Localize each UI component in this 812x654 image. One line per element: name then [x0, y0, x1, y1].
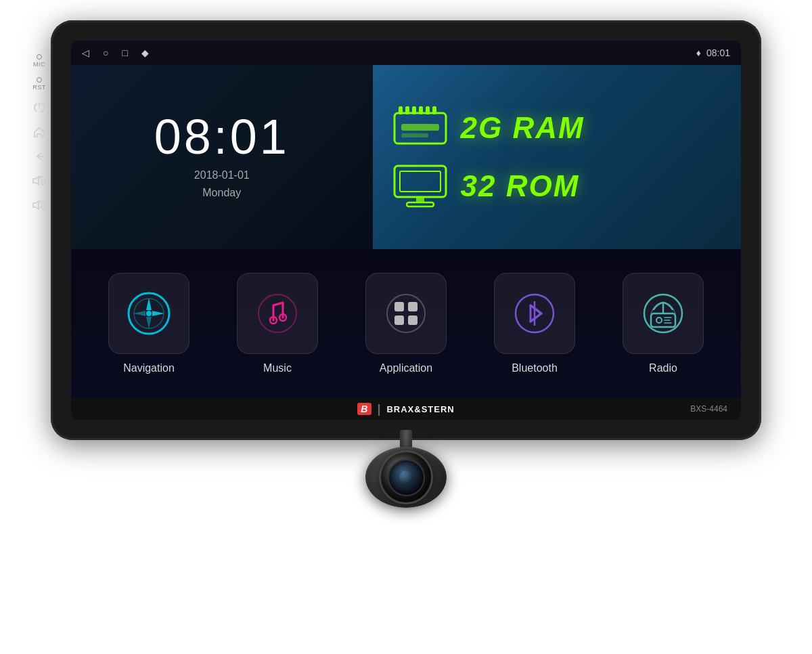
radio-label: Radio	[649, 362, 677, 374]
status-time: 08:01	[706, 47, 730, 58]
ram-icon-container	[393, 104, 447, 152]
clock-date-display: 2018-01-01 Monday	[194, 167, 250, 201]
rom-spec-label: 32 ROM	[461, 169, 580, 203]
music-icon-box[interactable]	[237, 273, 318, 354]
application-icon-box[interactable]	[365, 273, 447, 354]
music-label: Music	[263, 362, 292, 374]
svg-rect-15	[400, 171, 441, 192]
brand-name: BRAX&STERN	[386, 404, 454, 414]
status-bar-right: ♦ 08:01	[696, 47, 730, 58]
rom-icon-container	[393, 162, 447, 210]
svg-rect-14	[394, 166, 446, 197]
svg-rect-27	[394, 315, 404, 325]
recents-nav-icon[interactable]: □	[122, 47, 127, 58]
device-wrapper: MIC RST	[51, 20, 761, 508]
svg-rect-13	[401, 133, 428, 137]
mic-indicator	[37, 54, 42, 60]
radio-icon-box[interactable]	[623, 273, 704, 354]
side-buttons-panel: MIC RST	[32, 54, 47, 213]
car-stereo-unit: MIC RST	[51, 20, 761, 440]
svg-rect-17	[407, 202, 434, 206]
camera-lens-inner	[388, 459, 425, 496]
application-icon	[383, 290, 429, 336]
clock-date: 2018-01-01	[194, 169, 250, 181]
ram-spec-label: 2G RAM	[461, 111, 585, 145]
nav-buttons: ◁ ○ □ ◆	[82, 47, 149, 58]
status-bar: ◁ ○ □ ◆ ♦ 08:01	[71, 41, 741, 65]
camera-lens-outer	[379, 450, 433, 504]
display-screen: ◁ ○ □ ◆ ♦ 08:01 08:01	[71, 41, 741, 420]
app-item-radio[interactable]: Radio	[599, 273, 727, 374]
svg-rect-12	[401, 124, 439, 131]
navigation-icon	[125, 290, 173, 337]
camera-lens-reflection	[399, 471, 413, 484]
ram-spec-row: 2G RAM	[393, 104, 721, 152]
brand-b-logo: B	[357, 403, 371, 415]
svg-point-34	[656, 318, 662, 323]
navigation-label: Navigation	[123, 362, 175, 374]
svg-point-24	[387, 295, 425, 332]
rom-storage-icon	[393, 165, 447, 209]
security-nav-icon[interactable]: ◆	[141, 47, 149, 58]
clock-day: Monday	[202, 187, 241, 198]
power-button[interactable]	[32, 100, 47, 115]
bluetooth-icon-box[interactable]	[494, 273, 575, 354]
bluetooth-label: Bluetooth	[512, 362, 558, 374]
home-button[interactable]	[32, 125, 47, 139]
app-item-bluetooth[interactable]: Bluetooth	[470, 273, 599, 374]
application-label: Application	[380, 362, 432, 374]
rst-indicator	[37, 77, 42, 83]
main-info-area: 08:01 2018-01-01 Monday	[71, 65, 741, 249]
radio-icon	[640, 290, 686, 336]
volume-down-button[interactable]	[32, 198, 47, 213]
navigation-icon-box[interactable]	[108, 273, 189, 354]
svg-rect-32	[651, 313, 675, 327]
brand-divider: |	[377, 402, 381, 416]
mic-label: MIC	[33, 61, 45, 68]
location-icon: ♦	[696, 47, 701, 58]
brand-bar: B | BRAX&STERN BXS-4464	[71, 398, 741, 420]
brand-logo: B | BRAX&STERN	[357, 402, 454, 416]
rst-label: RST	[32, 84, 46, 91]
home-nav-icon[interactable]: ○	[103, 47, 108, 58]
camera-body	[365, 447, 447, 508]
volume-up-button[interactable]	[32, 173, 47, 188]
clock-time-display: 08:01	[154, 112, 290, 161]
clock-panel: 08:01 2018-01-01 Monday	[71, 65, 373, 249]
specs-panel: 2G RAM	[373, 65, 742, 249]
music-icon	[254, 290, 300, 336]
svg-rect-26	[408, 302, 418, 311]
back-button[interactable]	[32, 149, 47, 164]
apps-section: Navigation Music	[71, 249, 741, 398]
ram-chip-icon	[393, 106, 447, 150]
app-item-music[interactable]: Music	[213, 273, 342, 374]
svg-point-20	[146, 311, 152, 316]
svg-point-21	[258, 295, 296, 332]
backup-camera	[365, 447, 447, 508]
bluetooth-icon	[512, 290, 558, 336]
rom-spec-row: 32 ROM	[393, 162, 721, 210]
svg-rect-25	[394, 302, 404, 311]
app-item-navigation[interactable]: Navigation	[85, 273, 213, 374]
back-nav-icon[interactable]: ◁	[82, 47, 89, 58]
app-item-application[interactable]: Application	[342, 273, 470, 374]
model-number: BXS-4464	[690, 404, 727, 414]
svg-rect-28	[408, 315, 418, 325]
